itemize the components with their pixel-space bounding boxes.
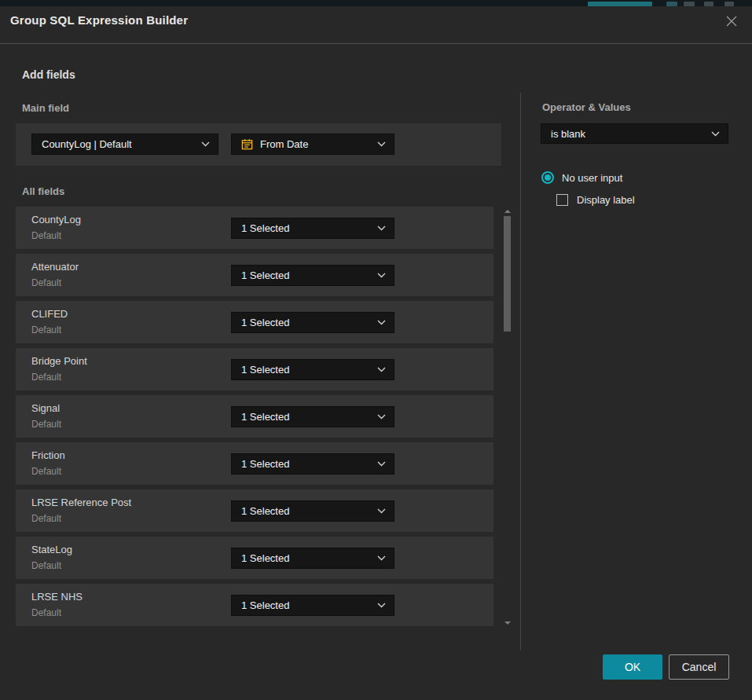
chevron-down-icon bbox=[201, 141, 210, 147]
chevron-down-icon bbox=[711, 131, 720, 137]
field-source-label: Default bbox=[31, 230, 61, 241]
scrollbar-down-arrow-icon[interactable] bbox=[504, 621, 511, 625]
chevron-down-icon bbox=[377, 367, 386, 372]
panel-divider bbox=[520, 93, 521, 651]
chevron-down-icon bbox=[377, 555, 386, 561]
field-selected-value: 1 Selected bbox=[241, 222, 371, 234]
field-selected-dropdown[interactable]: 1 Selected bbox=[231, 218, 394, 239]
field-selected-value: 1 Selected bbox=[241, 505, 371, 517]
field-selected-value: 1 Selected bbox=[241, 552, 371, 564]
add-fields-heading: Add fields bbox=[22, 68, 75, 81]
field-selected-value: 1 Selected bbox=[241, 411, 371, 423]
close-button[interactable] bbox=[721, 11, 743, 33]
operator-values-heading: Operator & Values bbox=[542, 101, 631, 113]
field-row: LRSE NHSDefault1 Selected bbox=[16, 584, 493, 626]
field-selected-value: 1 Selected bbox=[241, 269, 371, 281]
display-label-checkbox[interactable]: Display label bbox=[556, 194, 635, 206]
radio-selected-icon bbox=[541, 171, 554, 184]
field-name: Bridge Point bbox=[31, 355, 87, 367]
chevron-down-icon bbox=[377, 603, 386, 608]
field-source-label: Default bbox=[31, 419, 61, 430]
main-field-panel: CountyLog | Default From Date bbox=[16, 123, 501, 166]
ok-button[interactable]: OK bbox=[603, 654, 662, 680]
field-selected-dropdown[interactable]: 1 Selected bbox=[231, 406, 394, 427]
chevron-down-icon bbox=[377, 320, 386, 325]
field-selected-value: 1 Selected bbox=[241, 317, 371, 328]
field-name: CLIFED bbox=[31, 308, 68, 320]
field-name: Signal bbox=[31, 402, 60, 414]
no-user-input-radio[interactable]: No user input bbox=[541, 171, 622, 184]
field-name: Friction bbox=[31, 449, 65, 461]
display-label-text: Display label bbox=[577, 194, 635, 206]
field-selected-value: 1 Selected bbox=[241, 599, 371, 611]
field-source-label: Default bbox=[31, 607, 61, 618]
checkbox-unchecked-icon bbox=[556, 194, 568, 206]
scrollbar-thumb[interactable] bbox=[504, 216, 511, 332]
operator-dropdown-value: is blank bbox=[551, 128, 705, 140]
no-user-input-label: No user input bbox=[562, 172, 622, 184]
fields-list-scrollbar[interactable] bbox=[502, 207, 512, 626]
calendar-icon bbox=[241, 138, 253, 150]
field-selected-dropdown[interactable]: 1 Selected bbox=[231, 312, 394, 333]
field-selected-value: 1 Selected bbox=[241, 458, 371, 470]
main-layer-dropdown-value: CountyLog | Default bbox=[42, 138, 195, 150]
field-row: LRSE Reference PostDefault1 Selected bbox=[16, 489, 493, 532]
background-app-strip bbox=[0, 0, 752, 6]
chevron-down-icon bbox=[377, 461, 386, 467]
field-source-label: Default bbox=[31, 513, 61, 524]
dialog-title: Group SQL Expression Builder bbox=[10, 13, 188, 27]
field-selected-dropdown[interactable]: 1 Selected bbox=[231, 359, 394, 380]
field-row: FrictionDefault1 Selected bbox=[16, 442, 493, 485]
chevron-down-icon bbox=[377, 414, 386, 420]
chevron-down-icon bbox=[377, 225, 386, 231]
field-name: Attenuator bbox=[31, 261, 79, 273]
main-field-dropdown-value: From Date bbox=[260, 138, 371, 150]
field-row: CLIFEDDefault1 Selected bbox=[16, 301, 493, 343]
field-selected-value: 1 Selected bbox=[241, 364, 371, 376]
main-field-dropdown[interactable]: From Date bbox=[231, 134, 394, 155]
scrollbar-up-arrow-icon[interactable] bbox=[504, 210, 511, 213]
field-name: LRSE Reference Post bbox=[31, 497, 131, 508]
field-source-label: Default bbox=[31, 372, 61, 383]
field-source-label: Default bbox=[31, 324, 61, 335]
title-divider bbox=[0, 43, 752, 44]
field-selected-dropdown[interactable]: 1 Selected bbox=[231, 548, 394, 569]
field-row: AttenuatorDefault1 Selected bbox=[16, 254, 493, 296]
chevron-down-icon bbox=[377, 508, 386, 514]
main-field-label: Main field bbox=[22, 102, 69, 114]
chevron-down-icon bbox=[377, 141, 386, 147]
field-source-label: Default bbox=[31, 277, 61, 288]
chevron-down-icon bbox=[377, 273, 386, 278]
field-row: Bridge PointDefault1 Selected bbox=[16, 348, 493, 390]
field-row: StateLogDefault1 Selected bbox=[16, 537, 493, 579]
cancel-button[interactable]: Cancel bbox=[669, 654, 729, 680]
operator-dropdown[interactable]: is blank bbox=[541, 123, 728, 144]
main-layer-dropdown[interactable]: CountyLog | Default bbox=[31, 134, 218, 155]
field-selected-dropdown[interactable]: 1 Selected bbox=[231, 453, 394, 475]
field-selected-dropdown[interactable]: 1 Selected bbox=[231, 265, 394, 286]
field-selected-dropdown[interactable]: 1 Selected bbox=[231, 500, 394, 522]
close-icon bbox=[724, 13, 739, 31]
field-source-label: Default bbox=[31, 560, 61, 571]
all-fields-list: CountyLogDefault1 SelectedAttenuatorDefa… bbox=[16, 207, 493, 626]
field-row: CountyLogDefault1 Selected bbox=[16, 207, 493, 249]
field-selected-dropdown[interactable]: 1 Selected bbox=[231, 595, 394, 616]
field-name: StateLog bbox=[31, 544, 72, 555]
field-name: LRSE NHS bbox=[31, 591, 83, 603]
field-source-label: Default bbox=[31, 466, 61, 477]
all-fields-label: All fields bbox=[22, 185, 64, 197]
field-row: SignalDefault1 Selected bbox=[16, 395, 493, 438]
field-name: CountyLog bbox=[31, 214, 81, 225]
